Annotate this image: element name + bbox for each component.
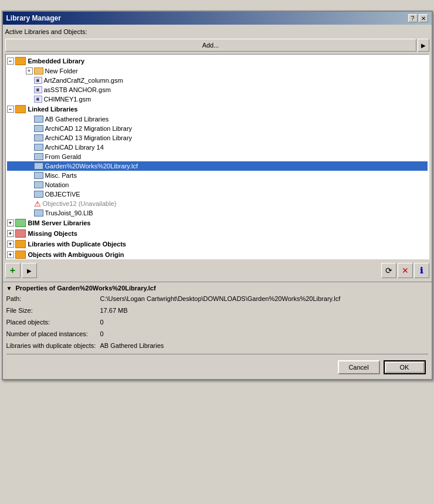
asstb-label: asSSTB ANCHOR.gsm [44,86,111,93]
linked-folder-icon [15,105,26,113]
info-button[interactable]: ℹ [414,263,429,278]
bim-icon [15,219,26,227]
misc-parts-icon [34,172,43,179]
new-folder-expand[interactable]: + [26,67,33,75]
archicad14-label: ArchiCAD Library 14 [45,144,104,151]
delete-icon: ✕ [402,266,409,275]
section-bim[interactable]: + BIM Server Libraries [7,218,428,228]
active-label: Active Libraries and Objects: [5,27,429,36]
close-button[interactable]: ✕ [419,14,428,22]
cancel-button[interactable]: Cancel [338,360,380,374]
missing-icon [15,229,26,238]
ok-inner: OK [385,362,424,373]
section-ambiguous[interactable]: + Objects with Ambiguous Origin [7,249,428,259]
bim-label: BIM Server Libraries [28,219,91,226]
missing-expand[interactable]: + [7,230,14,237]
chimney-icon: ▣ [34,96,42,103]
prop-placed-value: 0 [100,319,104,326]
section-duplicate[interactable]: + Libraries with Duplicate Objects [7,239,428,249]
tree-item-objective[interactable]: OBJECTiVE [7,190,428,199]
section-missing[interactable]: + Missing Objects [7,228,428,239]
add-library-button[interactable]: + [5,263,21,278]
window-title: Library Manager [6,14,61,22]
prop-placed-label: Placed objects: [6,319,100,326]
tree-item-objective12[interactable]: ⚠ Objective12 (Unavailable) [7,199,428,208]
tree-item-new-folder[interactable]: + New Folder [7,66,428,76]
bim-expand[interactable]: + [7,219,14,226]
footer-divider [6,354,428,354]
embedded-label: Embedded Library [28,57,85,65]
prop-duplicate-value: AB Gathered Libraries [100,342,164,349]
section-linked[interactable]: − Linked Libraries [7,104,428,114]
bottom-toolbar: + ▶ ⟳ ✕ ℹ [5,262,429,279]
chimney-label: CHIMNEY1.gsm [44,96,91,103]
tree-item-misc-parts[interactable]: Misc. Parts [7,171,428,180]
title-bar: Library Manager ? ✕ [3,12,432,25]
linked-expand[interactable]: − [7,106,14,113]
window-body: Active Libraries and Objects: Add... ▶ −… [3,25,432,282]
prop-placed-row: Placed objects: 0 [6,319,428,328]
library-tree[interactable]: − Embedded Library + New Folder ▣ ArtZan… [5,54,429,259]
duplicate-expand[interactable]: + [7,241,14,248]
embedded-expand[interactable]: − [7,57,14,65]
refresh-button[interactable]: ⟳ [381,263,396,278]
ambiguous-icon [15,251,26,259]
tree-item-ab-gathered[interactable]: AB Gathered Libraries [7,114,428,124]
delete-button[interactable]: ✕ [398,263,413,278]
tree-item-archicad14[interactable]: ArchiCAD Library 14 [7,143,428,152]
section-embedded[interactable]: − Embedded Library [7,56,428,66]
new-folder-icon [34,67,43,75]
ok-button[interactable]: OK [384,360,426,374]
arrow-icon: ▶ [421,42,426,49]
linked-label: Linked Libraries [28,106,78,113]
trusjoist-label: TrusJoist_90.LIB [45,209,93,217]
add-library-icon: + [10,265,15,276]
prop-instances-label: Number of placed instances: [6,330,100,337]
tree-item-asstb[interactable]: ▣ asSSTB ANCHOR.gsm [7,85,428,94]
help-button[interactable]: ? [408,14,418,22]
embedded-folder-icon [15,57,26,65]
tree-item-from-gerald[interactable]: From Gerald [7,152,428,161]
info-icon: ℹ [420,266,423,275]
properties-header: ▼ Properties of Garden%20Works%20Library… [6,285,428,292]
title-bar-buttons: ? ✕ [408,14,428,22]
tree-item-archicad12[interactable]: ArchiCAD 12 Migration Library [7,124,428,133]
warning-icon: ⚠ [34,199,41,208]
toolbar-arrow-button[interactable]: ▶ [418,39,429,52]
tree-item-garden-works[interactable]: Garden%20Works%20Library.lcf [7,161,428,171]
arrow-right-button[interactable]: ▶ [22,263,37,278]
ab-gathered-label: AB Gathered Libraries [45,116,109,123]
garden-works-label: Garden%20Works%20Library.lcf [45,163,138,170]
collapse-arrow-icon[interactable]: ▼ [6,285,12,292]
tree-item-trusjoist[interactable]: TrusJoist_90.LIB [7,208,428,218]
artzand-label: ArtZandCraftZ_column.gsm [44,77,123,84]
notation-label: Notation [45,181,69,188]
objective12-label: Objective12 (Unavailable) [43,200,117,207]
footer-buttons: Cancel OK [6,357,428,377]
library-manager-window: Library Manager ? ✕ Active Libraries and… [2,11,433,380]
archicad14-icon [34,144,43,151]
tree-item-archicad13[interactable]: ArchiCAD 13 Migration Library [7,133,428,143]
from-gerald-icon [34,153,43,160]
prop-filesize-label: File Size: [6,307,100,314]
prop-duplicate-row: Libraries with duplicate objects: AB Gat… [6,342,428,351]
prop-filesize-row: File Size: 17.67 MB [6,307,428,316]
prop-path-label: Path: [6,295,100,302]
objective-icon [34,191,43,198]
trusjoist-icon [34,209,43,217]
duplicate-label: Libraries with Duplicate Objects [28,241,127,248]
prop-filesize-value: 17.67 MB [100,307,128,314]
tree-item-artzand[interactable]: ▣ ArtZandCraftZ_column.gsm [7,76,428,85]
add-button[interactable]: Add... [5,39,416,52]
asstb-icon: ▣ [34,86,42,93]
ambiguous-label: Objects with Ambiguous Origin [28,251,124,258]
objective-label: OBJECTiVE [45,191,80,198]
tree-item-notation[interactable]: Notation [7,180,428,190]
missing-label: Missing Objects [28,230,77,237]
properties-title: Properties of Garden%20Works%20Library.l… [15,285,155,292]
from-gerald-label: From Gerald [45,153,82,160]
tree-item-chimney[interactable]: ▣ CHIMNEY1.gsm [7,94,428,104]
archicad12-icon [34,125,43,132]
ambiguous-expand[interactable]: + [7,251,14,258]
artzand-icon: ▣ [34,77,42,84]
